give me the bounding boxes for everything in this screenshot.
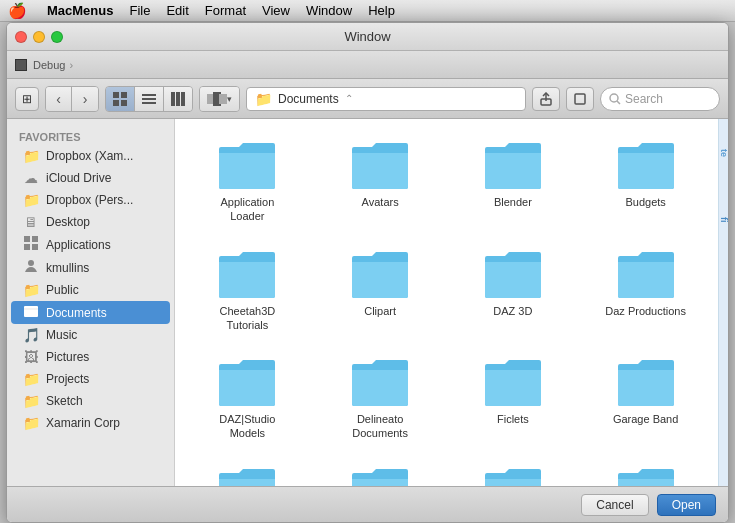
folder-svg-10 <box>350 356 410 408</box>
file-item-daz-studio[interactable]: DAZ|Studio Models <box>183 348 312 449</box>
sidebar-item-dropbox-pers[interactable]: 📁 Dropbox (Pers... <box>11 189 170 211</box>
toolbar: ⊞ ‹ › ▾ 📁 D <box>7 79 728 119</box>
file-item-avatars[interactable]: Avatars <box>316 131 445 232</box>
sidebar-item-applications[interactable]: Applications <box>11 233 170 256</box>
folder-svg-7 <box>483 248 543 300</box>
file-item-application-loader[interactable]: Application Loader <box>183 131 312 232</box>
menu-file[interactable]: File <box>129 3 150 18</box>
svg-rect-3 <box>121 100 127 106</box>
file-label-application-loader: Application Loader <box>202 195 292 224</box>
sidebar-toggle-button[interactable]: ⊞ <box>15 87 39 111</box>
sidebar-item-desktop[interactable]: 🖥 Desktop <box>11 211 170 233</box>
svg-rect-2 <box>113 100 119 106</box>
file-item-garage-band[interactable]: Garage Band <box>581 348 710 449</box>
list-view-button[interactable] <box>135 87 164 111</box>
bottom-bar: Cancel Open <box>7 486 728 522</box>
svg-point-21 <box>28 260 34 266</box>
file-label-daz-productions: Daz Productions <box>605 304 686 318</box>
person-icon <box>23 259 39 276</box>
sidebar-label-projects: Projects <box>46 372 89 386</box>
file-grid: Application Loader Avatars Blender <box>183 131 710 486</box>
sidebar-item-pictures[interactable]: 🖼 Pictures <box>11 346 170 368</box>
coverflow-button[interactable]: ▾ <box>200 87 239 111</box>
file-item-clipart[interactable]: Clipart <box>316 240 445 341</box>
menu-edit[interactable]: Edit <box>166 3 188 18</box>
file-item-blender[interactable]: Blender <box>449 131 578 232</box>
folder-svg-13 <box>217 465 277 486</box>
menu-format[interactable]: Format <box>205 3 246 18</box>
folder-svg-11 <box>483 356 543 408</box>
folder-icon-6: 📁 <box>23 415 39 431</box>
right-accent-panel: te fi <box>718 119 728 486</box>
sidebar-label-xamarin: Xamarin Corp <box>46 416 120 430</box>
file-item-13[interactable] <box>183 457 312 486</box>
favorites-header: Favorites <box>7 127 174 145</box>
sidebar-label-applications: Applications <box>46 238 111 252</box>
file-item-delineato[interactable]: Delineato Documents <box>316 348 445 449</box>
apple-menu[interactable]: 🍎 <box>8 2 27 20</box>
svg-rect-4 <box>142 94 156 96</box>
svg-rect-9 <box>181 92 185 106</box>
svg-rect-1 <box>121 92 127 98</box>
debug-toolbar: Debug › <box>7 51 728 79</box>
sidebar-item-icloud[interactable]: ☁ iCloud Drive <box>11 167 170 189</box>
sidebar-item-kmullins[interactable]: kmullins <box>11 256 170 279</box>
sidebar-label-sketch: Sketch <box>46 394 83 408</box>
cancel-button[interactable]: Cancel <box>581 494 648 516</box>
sidebar-item-xamarin[interactable]: 📁 Xamarin Corp <box>11 412 170 434</box>
svg-rect-18 <box>32 236 38 242</box>
file-item-14[interactable] <box>316 457 445 486</box>
sidebar-label-dropbox-pers: Dropbox (Pers... <box>46 193 133 207</box>
sidebar-item-public[interactable]: 📁 Public <box>11 279 170 301</box>
sidebar-item-music[interactable]: 🎵 Music <box>11 324 170 346</box>
svg-point-15 <box>610 94 618 102</box>
forward-button[interactable]: › <box>72 87 98 111</box>
sidebar-label-music: Music <box>46 328 77 342</box>
sidebar-item-sketch[interactable]: 📁 Sketch <box>11 390 170 412</box>
nav-buttons: ‹ › <box>45 86 99 112</box>
column-view-button[interactable] <box>164 87 192 111</box>
sidebar-item-dropbox-xam[interactable]: 📁 Dropbox (Xam... <box>11 145 170 167</box>
svg-rect-6 <box>142 102 156 104</box>
icon-view-button[interactable] <box>106 87 135 111</box>
file-label-garage-band: Garage Band <box>613 412 678 426</box>
svg-line-16 <box>617 101 620 104</box>
traffic-lights <box>15 31 63 43</box>
stop-button[interactable] <box>15 59 27 71</box>
file-item-daz-productions[interactable]: Daz Productions <box>581 240 710 341</box>
desktop-icon: 🖥 <box>23 214 39 230</box>
sidebar-label-dropbox-xam: Dropbox (Xam... <box>46 149 133 163</box>
search-box[interactable]: Search <box>600 87 720 111</box>
minimize-button[interactable] <box>33 31 45 43</box>
location-text: Documents <box>278 92 339 106</box>
file-item-cheetah3d[interactable]: Cheetah3D Tutorials <box>183 240 312 341</box>
view-buttons <box>105 86 193 112</box>
file-item-16[interactable] <box>581 457 710 486</box>
share-button[interactable] <box>532 87 560 111</box>
folder-svg-9 <box>217 356 277 408</box>
menu-macmenus[interactable]: MacMenus <box>47 3 113 18</box>
file-item-budgets[interactable]: Budgets <box>581 131 710 232</box>
file-item-15[interactable] <box>449 457 578 486</box>
back-button[interactable]: ‹ <box>46 87 72 111</box>
menu-help[interactable]: Help <box>368 3 395 18</box>
file-item-daz3d[interactable]: DAZ 3D <box>449 240 578 341</box>
sidebar-item-documents[interactable]: Documents <box>11 301 170 324</box>
location-arrow: ⌃ <box>345 93 353 104</box>
svg-rect-20 <box>32 244 38 250</box>
menu-window[interactable]: Window <box>306 3 352 18</box>
file-item-ficlets[interactable]: Ficlets <box>449 348 578 449</box>
sidebar-item-projects[interactable]: 📁 Projects <box>11 368 170 390</box>
accent-label-2: fi <box>719 217 729 223</box>
svg-rect-12 <box>219 94 227 104</box>
folder-svg-12 <box>616 356 676 408</box>
menu-view[interactable]: View <box>262 3 290 18</box>
maximize-button[interactable] <box>51 31 63 43</box>
folder-icon-5: 📁 <box>23 393 39 409</box>
file-label-ficlets: Ficlets <box>497 412 529 426</box>
preview-button[interactable] <box>566 87 594 111</box>
sidebar-label-icloud: iCloud Drive <box>46 171 111 185</box>
location-bar[interactable]: 📁 Documents ⌃ <box>246 87 526 111</box>
close-button[interactable] <box>15 31 27 43</box>
open-button[interactable]: Open <box>657 494 716 516</box>
